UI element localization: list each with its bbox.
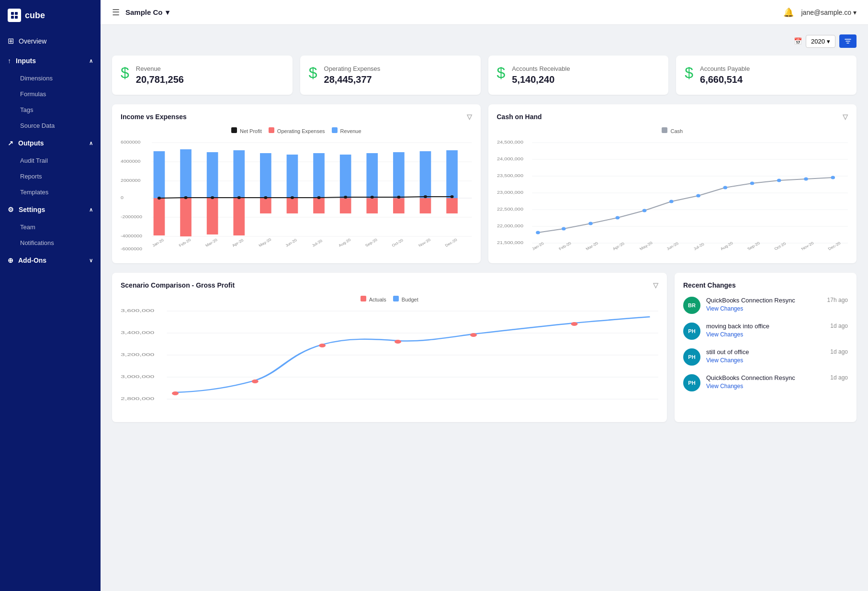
legend-net-profit: Net Profit — [231, 127, 262, 134]
settings-label: Settings — [19, 206, 45, 213]
svg-point-52 — [451, 195, 454, 198]
svg-text:21,500,000: 21,500,000 — [497, 240, 523, 245]
sidebar-section-addons[interactable]: ⊕ Add-Ons ∨ — [0, 251, 101, 270]
sidebar-label-overview: Overview — [19, 37, 46, 45]
sidebar-item-source-data[interactable]: Source Data — [0, 118, 101, 134]
change-title: moving back into office — [706, 323, 824, 330]
svg-rect-35 — [313, 198, 325, 213]
sidebar-item-audit-trail[interactable]: Audit Trail — [0, 153, 101, 168]
filter-button[interactable] — [839, 34, 857, 48]
svg-point-51 — [424, 195, 427, 198]
svg-rect-33 — [260, 198, 271, 213]
chart-scenario: Scenario Comparison - Gross Profit ▽ Act… — [112, 273, 667, 422]
sidebar-section-settings[interactable]: ⚙ Settings ∧ — [0, 200, 101, 219]
hamburger-button[interactable]: ☰ — [112, 7, 120, 18]
svg-text:Apr-20: Apr-20 — [611, 241, 625, 251]
recent-changes-title: Recent Changes — [683, 281, 848, 289]
svg-rect-17 — [154, 151, 165, 198]
opex-value: 28,445,377 — [324, 74, 381, 85]
change-time: 17h ago — [827, 297, 848, 303]
sidebar-item-tags[interactable]: Tags — [0, 102, 101, 118]
sidebar-section-outputs[interactable]: ↗ Outputs ∧ — [0, 134, 101, 153]
svg-point-90 — [831, 176, 835, 179]
svg-point-42 — [184, 196, 188, 199]
svg-text:Dec-20: Dec-20 — [827, 241, 842, 251]
overview-icon: ⊞ — [8, 36, 14, 45]
svg-text:Jun-20: Jun-20 — [665, 241, 679, 251]
change-meta: QuickBooks Connection Resync View Change… — [706, 374, 824, 390]
sidebar-item-templates[interactable]: Templates — [0, 184, 101, 200]
svg-point-80 — [562, 227, 566, 231]
sidebar-item-overview[interactable]: ⊞ Overview — [0, 31, 101, 51]
sidebar: cube ⊞ Overview ↑ Inputs ∧ Dimensions Fo… — [0, 0, 101, 591]
svg-text:23,500,000: 23,500,000 — [497, 173, 523, 178]
view-changes-link[interactable]: View Changes — [706, 331, 743, 338]
svg-rect-27 — [420, 151, 431, 198]
svg-point-41 — [158, 197, 161, 200]
logo[interactable]: cube — [0, 0, 101, 31]
svg-point-44 — [237, 196, 241, 199]
header: ☰ Sample Co ▾ 🔔 jane@sample.co ▾ — [101, 0, 868, 25]
svg-text:May-20: May-20 — [258, 237, 272, 247]
svg-point-117 — [470, 333, 477, 337]
notification-icon[interactable]: 🔔 — [783, 7, 794, 18]
view-changes-link[interactable]: View Changes — [706, 357, 743, 364]
change-item: PH still out of office View Changes 1d a… — [683, 348, 848, 366]
legend-budget: Budget — [393, 296, 418, 302]
svg-text:3,600,000: 3,600,000 — [121, 308, 154, 313]
svg-point-82 — [615, 216, 620, 220]
svg-rect-1 — [15, 12, 18, 15]
svg-text:Sep-20: Sep-20 — [364, 238, 378, 248]
svg-rect-28 — [446, 150, 458, 198]
svg-text:Apr-20: Apr-20 — [231, 238, 245, 248]
view-changes-link[interactable]: View Changes — [706, 383, 743, 390]
svg-text:3,400,000: 3,400,000 — [121, 330, 154, 335]
chart-income-title: Income vs Expenses ▽ — [121, 113, 472, 121]
svg-text:Jan-20: Jan-20 — [151, 238, 165, 247]
company-selector[interactable]: Sample Co ▾ — [125, 8, 169, 17]
ar-value: 5,140,240 — [512, 74, 570, 85]
year-selector[interactable]: 2020 ▾ — [806, 35, 835, 48]
charts-row-1: Income vs Expenses ▽ Net Profit Operatin… — [112, 104, 857, 263]
svg-rect-38 — [393, 198, 405, 213]
company-chevron: ▾ — [166, 8, 169, 17]
svg-text:Oct-20: Oct-20 — [773, 241, 787, 251]
change-title: QuickBooks Connection Resync — [706, 374, 824, 381]
inputs-icon: ↑ — [8, 57, 11, 65]
sidebar-item-notifications[interactable]: Notifications — [0, 235, 101, 251]
view-changes-link[interactable]: View Changes — [706, 305, 743, 312]
svg-text:Aug-20: Aug-20 — [338, 238, 352, 248]
ap-label: Accounts Payable — [700, 65, 750, 72]
sidebar-item-dimensions[interactable]: Dimensions — [0, 70, 101, 86]
svg-text:Nov-20: Nov-20 — [800, 241, 815, 251]
legend-cash: Cash — [662, 127, 683, 134]
svg-rect-25 — [366, 153, 378, 198]
svg-text:22,000,000: 22,000,000 — [497, 223, 523, 228]
svg-rect-31 — [207, 198, 218, 234]
sidebar-item-reports[interactable]: Reports — [0, 168, 101, 184]
legend-actuals: Actuals — [361, 296, 386, 302]
year-chevron: ▾ — [827, 38, 830, 45]
svg-rect-26 — [393, 152, 405, 198]
svg-text:Jul-20: Jul-20 — [311, 239, 324, 248]
chart3-svg: 3,600,000 3,400,000 3,200,000 3,000,000 … — [121, 306, 658, 412]
svg-point-45 — [264, 196, 267, 199]
svg-point-89 — [804, 178, 808, 181]
ar-dollar-icon: $ — [497, 65, 506, 80]
sidebar-section-inputs[interactable]: ↑ Inputs ∧ — [0, 51, 101, 70]
chart1-filter-icon[interactable]: ▽ — [467, 113, 472, 121]
sidebar-item-team[interactable]: Team — [0, 219, 101, 235]
svg-text:Feb-20: Feb-20 — [558, 241, 572, 251]
chart2-filter-icon[interactable]: ▽ — [843, 113, 848, 121]
sidebar-item-formulas[interactable]: Formulas — [0, 86, 101, 102]
svg-text:Mar-20: Mar-20 — [585, 241, 599, 251]
svg-rect-22 — [287, 155, 298, 198]
addons-label: Add-Ons — [18, 256, 46, 264]
svg-text:-6000000: -6000000 — [121, 246, 142, 251]
user-menu[interactable]: jane@sample.co ▾ — [801, 9, 857, 16]
svg-point-83 — [642, 209, 646, 212]
change-time: 1d ago — [830, 374, 848, 381]
chart-scenario-title: Scenario Comparison - Gross Profit ▽ — [121, 281, 658, 289]
chart3-filter-icon[interactable]: ▽ — [653, 281, 658, 289]
svg-text:-4000000: -4000000 — [121, 234, 142, 238]
